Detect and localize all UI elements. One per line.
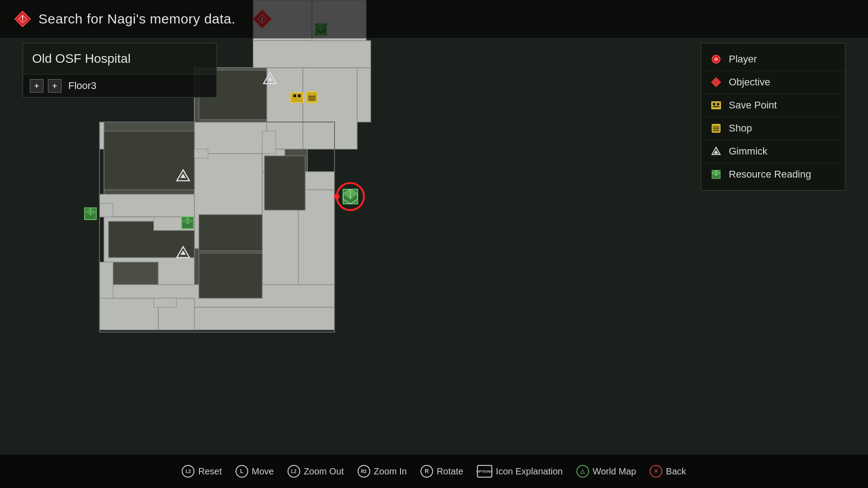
zoom-in-label: Zoom In <box>374 466 407 477</box>
svg-rect-33 <box>262 131 276 154</box>
control-rotate: R Rotate <box>420 465 463 478</box>
svg-rect-56 <box>293 94 296 97</box>
svg-rect-57 <box>298 94 301 97</box>
legend-item-objective: Objective <box>701 71 845 94</box>
location-name: Old OSF Hospital <box>23 43 217 74</box>
legend-item-gimmick: Gimmick <box>701 140 845 163</box>
shop-legend-icon <box>710 122 722 134</box>
floor-label: Floor3 <box>68 80 96 92</box>
control-world-map: △ World Map <box>576 465 636 478</box>
icon-explanation-label: Icon Explanation <box>496 466 563 477</box>
svg-rect-78 <box>713 106 719 107</box>
svg-rect-4 <box>253 41 371 68</box>
player-legend-icon <box>710 53 722 65</box>
back-badge: ✕ <box>650 465 662 478</box>
zoom-out-badge: L2 <box>288 465 300 478</box>
floor-up-button[interactable]: + <box>48 79 61 93</box>
objective-text: Search for Nagi's memory data. <box>38 11 236 27</box>
svg-point-63 <box>334 194 340 199</box>
svg-rect-31 <box>199 253 262 298</box>
rotate-badge: R <box>420 465 433 478</box>
world-map-label: World Map <box>593 466 636 477</box>
svg-rect-37 <box>154 298 176 307</box>
resource-reading-legend-label: Resource Reading <box>729 169 811 180</box>
objective-legend-label: Objective <box>729 76 770 88</box>
control-zoom-in: R2 Zoom In <box>358 465 407 478</box>
svg-rect-32 <box>194 149 208 158</box>
rotate-label: Rotate <box>437 466 463 477</box>
player-legend-label: Player <box>729 53 757 65</box>
svg-rect-77 <box>717 103 719 105</box>
gimmick-legend-icon <box>710 145 722 157</box>
svg-marker-73 <box>712 78 721 87</box>
icon-explanation-badge: OPTIONS <box>477 465 492 478</box>
control-back: ✕ Back <box>650 465 686 478</box>
legend-item-player: Player <box>701 48 845 71</box>
location-panel: Old OSF Hospital + + Floor3 <box>23 43 217 98</box>
svg-rect-79 <box>712 124 720 132</box>
control-zoom-out: L2 Zoom Out <box>288 465 344 478</box>
floor-selector: + + Floor3 <box>23 74 217 97</box>
legend-panel: Player Objective Save Point <box>701 43 845 191</box>
svg-rect-58 <box>307 92 317 103</box>
reset-label: Reset <box>198 466 222 477</box>
gimmick-legend-label: Gimmick <box>729 145 768 157</box>
control-move: L Move <box>236 465 274 478</box>
world-map-badge: △ <box>576 465 589 478</box>
objective-icon: ! <box>14 10 32 28</box>
zoom-in-badge: R2 <box>358 465 370 478</box>
legend-item-shop: Shop <box>701 117 845 140</box>
move-badge: L <box>236 465 248 478</box>
header-bar: ! Search for Nagi's memory data. <box>0 0 868 38</box>
svg-rect-28 <box>199 215 262 251</box>
svg-rect-36 <box>99 262 113 298</box>
svg-rect-25 <box>99 298 158 330</box>
control-icon-explanation: OPTIONS Icon Explanation <box>477 465 563 478</box>
legend-item-resource-reading: Resource Reading <box>701 163 845 186</box>
svg-rect-9 <box>303 68 357 149</box>
resource-reading-legend-icon <box>710 169 722 180</box>
svg-point-72 <box>714 57 718 61</box>
control-reset: L3 Reset <box>182 465 222 478</box>
reset-badge: L3 <box>182 465 194 478</box>
svg-rect-55 <box>291 93 303 103</box>
zoom-out-label: Zoom Out <box>304 466 344 477</box>
svg-rect-29 <box>264 156 305 210</box>
floor-up-icon: + <box>52 81 57 91</box>
save-point-legend-icon <box>710 99 722 111</box>
save-point-legend-label: Save Point <box>729 99 777 111</box>
svg-rect-76 <box>713 103 715 105</box>
objective-legend-icon <box>710 76 722 88</box>
floor-down-icon: + <box>34 81 39 91</box>
svg-rect-35 <box>99 203 113 217</box>
svg-text:!: ! <box>21 15 24 23</box>
svg-rect-14 <box>99 194 194 217</box>
controls-bar: L3 Reset L Move L2 Zoom Out R2 Zoom In R… <box>0 454 868 488</box>
floor-down-button[interactable]: + <box>30 79 43 93</box>
back-label: Back <box>666 466 686 477</box>
move-label: Move <box>252 466 274 477</box>
legend-item-save-point: Save Point <box>701 94 845 117</box>
shop-legend-label: Shop <box>729 122 752 134</box>
